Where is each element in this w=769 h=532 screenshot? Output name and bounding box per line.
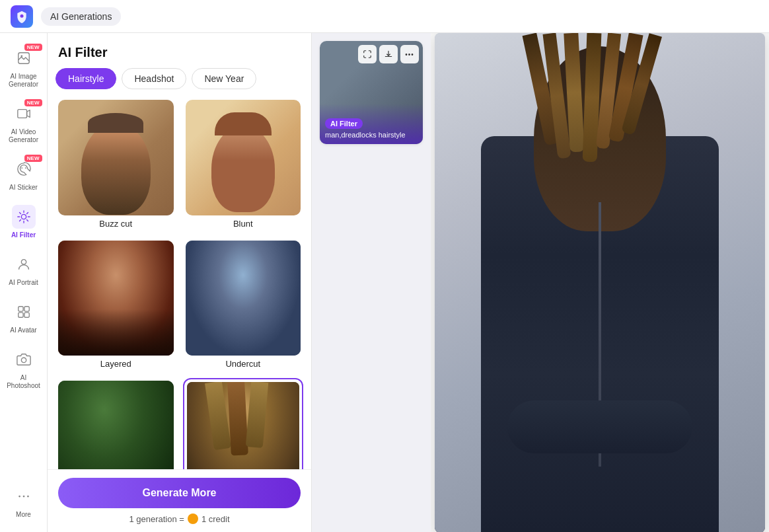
more-options-button[interactable]: ••• bbox=[400, 45, 419, 63]
sidebar-item-ai-photoshoot[interactable]: AI Photoshoot bbox=[3, 342, 45, 395]
svg-rect-11 bbox=[24, 313, 28, 317]
new-badge-video: NEW bbox=[24, 99, 42, 106]
expand-button[interactable] bbox=[358, 45, 377, 63]
sidebar-item-label-filter: AI Filter bbox=[11, 231, 36, 239]
sidebar-item-ai-avatar[interactable]: AI Avatar bbox=[3, 295, 45, 340]
credit-info: 1 generation = 1 credit bbox=[58, 513, 301, 524]
sidebar-item-label-image-generator: AI Image Generator bbox=[5, 73, 42, 89]
ai-filter-icon-wrap bbox=[12, 205, 36, 229]
svg-rect-3 bbox=[17, 110, 26, 118]
tab-hairstyle[interactable]: Hairstyle bbox=[55, 68, 116, 89]
new-badge-image: NEW bbox=[24, 44, 42, 51]
sidebar-item-ai-image-generator[interactable]: NEW AI Image Generator bbox=[3, 41, 45, 94]
generate-more-button[interactable]: Generate More bbox=[58, 478, 301, 508]
ai-portrait-icon-wrap bbox=[12, 252, 36, 276]
more-icon-wrap bbox=[12, 484, 36, 508]
sidebar-item-ai-filter[interactable]: AI Filter bbox=[3, 200, 45, 245]
svg-point-6 bbox=[21, 214, 26, 219]
svg-point-13 bbox=[18, 496, 20, 498]
svg-point-4 bbox=[21, 167, 22, 169]
download-button[interactable] bbox=[379, 45, 398, 63]
svg-point-12 bbox=[21, 358, 26, 362]
sidebar-item-label-avatar: AI Avatar bbox=[10, 326, 36, 334]
tab-headshot[interactable]: Headshot bbox=[122, 68, 186, 89]
tab-newyear[interactable]: New Year bbox=[192, 68, 256, 89]
style-card-undercut[interactable]: Undercut bbox=[183, 238, 304, 372]
sidebar-item-ai-video-generator[interactable]: NEW AI Video Generator bbox=[3, 96, 45, 149]
image-area bbox=[431, 33, 769, 532]
sidebar-item-label-more: More bbox=[16, 511, 31, 519]
style-grid: Buzz cut Blunt bbox=[55, 97, 303, 469]
svg-point-5 bbox=[24, 167, 26, 169]
app-logo bbox=[11, 5, 33, 28]
ai-photoshoot-icon-wrap bbox=[12, 348, 36, 371]
style-name-layered: Layered bbox=[100, 359, 131, 369]
panel-title: AI Filter bbox=[48, 33, 311, 68]
svg-point-0 bbox=[20, 14, 24, 17]
style-card-blunt[interactable]: Blunt bbox=[183, 97, 304, 231]
content-panel: AI Filter Hairstyle Headshot New Year Bu… bbox=[48, 33, 312, 532]
sidebar-item-more[interactable]: More bbox=[3, 479, 45, 524]
thumb-card-main[interactable]: ••• AI Filter man,dreadlocks hairstyle bbox=[320, 41, 423, 144]
style-name-buzzcut: Buzz cut bbox=[99, 219, 132, 229]
sidebar-item-label-portrait: AI Portrait bbox=[9, 279, 38, 287]
filter-tabs: Hairstyle Headshot New Year bbox=[48, 68, 311, 97]
thumb-description: man,dreadlocks hairstyle bbox=[325, 131, 418, 139]
sidebar: NEW AI Image Generator NEW AI Video Gene… bbox=[0, 33, 48, 532]
ai-avatar-icon-wrap bbox=[12, 300, 36, 324]
thumb-badge: AI Filter bbox=[325, 118, 363, 129]
style-name-undercut: Undercut bbox=[225, 359, 260, 369]
svg-point-7 bbox=[21, 260, 26, 264]
sidebar-item-ai-portrait[interactable]: AI Portrait bbox=[3, 247, 45, 292]
sidebar-item-label-video-generator: AI Video Generator bbox=[5, 128, 42, 144]
sidebar-item-label-photoshoot: AI Photoshoot bbox=[5, 374, 42, 390]
svg-rect-9 bbox=[24, 307, 28, 311]
coin-icon bbox=[188, 513, 198, 524]
generate-section: Generate More 1 generation = 1 credit bbox=[48, 469, 311, 532]
main-content: NEW AI Image Generator NEW AI Video Gene… bbox=[0, 33, 769, 532]
thumb-image: ••• AI Filter man,dreadlocks hairstyle bbox=[320, 41, 423, 144]
credit-label: 1 generation = bbox=[129, 514, 184, 524]
big-preview-image bbox=[435, 33, 765, 532]
sidebar-item-label-sticker: AI Sticker bbox=[9, 184, 38, 192]
credit-amount: 1 credit bbox=[201, 514, 230, 524]
sidebar-item-ai-sticker[interactable]: NEW AI Sticker bbox=[3, 152, 45, 197]
style-name-blunt: Blunt bbox=[233, 219, 253, 229]
style-card-taperfade[interactable]: Taper Fade bbox=[55, 378, 176, 469]
style-card-dreadlocks[interactable]: Dreadlocks bbox=[183, 378, 304, 469]
style-card-buzzcut[interactable]: Buzz cut bbox=[55, 97, 176, 231]
svg-rect-10 bbox=[18, 313, 22, 317]
svg-point-14 bbox=[22, 496, 24, 498]
svg-rect-8 bbox=[18, 307, 22, 311]
right-panel: ••• AI Filter man,dreadlocks hairstyle bbox=[312, 33, 769, 532]
new-badge-sticker: NEW bbox=[24, 155, 42, 162]
thumb-toolbar: ••• bbox=[358, 45, 419, 63]
ai-generations-tab[interactable]: AI Generations bbox=[41, 7, 121, 26]
thumb-label-bar: AI Filter man,dreadlocks hairstyle bbox=[320, 104, 423, 144]
style-grid-scroll[interactable]: Buzz cut Blunt bbox=[48, 97, 311, 469]
app-header: AI Generations bbox=[0, 0, 769, 33]
style-card-layered[interactable]: Layered bbox=[55, 238, 176, 372]
thumbnail-strip: ••• AI Filter man,dreadlocks hairstyle bbox=[312, 33, 431, 532]
svg-point-15 bbox=[27, 496, 29, 498]
